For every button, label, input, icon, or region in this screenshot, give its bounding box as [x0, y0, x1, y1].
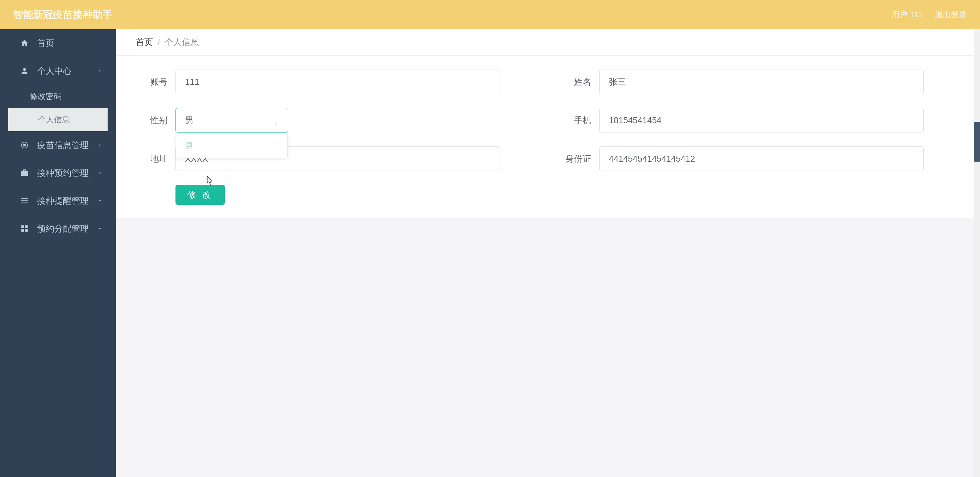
sidebar-item-appointment[interactable]: 接种预约管理 [0, 159, 116, 187]
user-icon [20, 66, 29, 75]
chevron-down-icon [97, 198, 103, 204]
scrollbar-thumb[interactable] [974, 122, 980, 162]
chevron-down-icon [97, 68, 103, 74]
sidebar-item-label: 首页 [37, 37, 54, 49]
sidebar-item-label: 接种预约管理 [37, 167, 89, 179]
info-icon [20, 140, 29, 150]
grid-icon [20, 224, 29, 233]
sidebar-item-vaccine-info[interactable]: 疫苗信息管理 [0, 131, 116, 159]
sidebar-item-label: 个人信息 [38, 114, 70, 125]
briefcase-icon [20, 168, 29, 177]
sidebar-item-label: 疫苗信息管理 [37, 139, 89, 151]
svg-point-1 [23, 144, 26, 147]
gender-select-value: 男 [185, 115, 194, 126]
sidebar-item-personal-center[interactable]: 个人中心 [0, 57, 116, 85]
idcard-input[interactable] [599, 147, 924, 171]
home-icon [20, 38, 29, 48]
phone-input[interactable] [599, 108, 924, 132]
breadcrumb-separator: / [158, 37, 160, 47]
gender-option-male[interactable]: 男 [176, 136, 287, 155]
sidebar-item-label: 个人中心 [37, 65, 72, 77]
chevron-down-icon [97, 226, 103, 231]
sidebar-item-reminder[interactable]: 接种提醒管理 [0, 187, 116, 215]
sidebar-item-home[interactable]: 首页 [0, 29, 116, 57]
main-content: 首页 / 个人信息 账号 姓名 性别 男 [116, 29, 980, 477]
app-header: 智能新冠疫苗接种助手 用户 111 退出登录 [0, 0, 980, 29]
gender-dropdown: 男 [176, 134, 288, 158]
name-input[interactable] [599, 70, 924, 94]
breadcrumb-current: 个人信息 [165, 37, 199, 48]
gender-select[interactable]: 男 男 [175, 108, 288, 132]
idcard-label: 身份证 [560, 153, 599, 164]
scrollbar-track[interactable] [974, 29, 980, 477]
breadcrumb: 首页 / 个人信息 [116, 29, 980, 56]
sidebar: 首页 个人中心 修改密码 个人信息 疫苗信息管理 接种预约管理 [0, 29, 116, 477]
sidebar-item-allocation[interactable]: 预约分配管理 [0, 215, 116, 242]
app-title: 智能新冠疫苗接种助手 [13, 8, 113, 22]
personal-info-form: 账号 姓名 性别 男 男 [116, 56, 980, 218]
chevron-down-icon [273, 118, 278, 123]
phone-label: 手机 [560, 115, 599, 126]
account-input[interactable] [175, 70, 500, 94]
gender-label: 性别 [136, 115, 175, 126]
logout-button[interactable]: 退出登录 [935, 9, 967, 20]
sidebar-item-label: 修改密码 [30, 91, 62, 102]
name-label: 姓名 [560, 76, 599, 88]
sidebar-subitem-change-password[interactable]: 修改密码 [0, 85, 116, 108]
account-label: 账号 [136, 76, 175, 88]
sidebar-subitem-personal-info[interactable]: 个人信息 [8, 108, 108, 131]
chevron-down-icon [97, 142, 103, 148]
list-icon [20, 196, 29, 205]
sidebar-item-label: 接种提醒管理 [37, 195, 89, 207]
address-label: 地址 [136, 153, 175, 164]
breadcrumb-home[interactable]: 首页 [136, 37, 153, 48]
modify-button[interactable]: 修 改 [175, 185, 225, 205]
chevron-down-icon [97, 170, 103, 176]
user-label[interactable]: 用户 111 [892, 9, 923, 20]
sidebar-item-label: 预约分配管理 [37, 223, 89, 235]
